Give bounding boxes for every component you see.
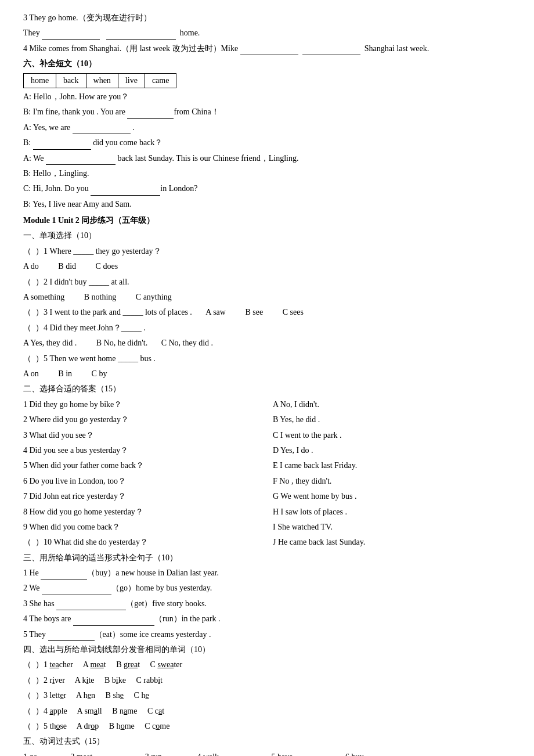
- md: D Yes, I do .: [273, 444, 511, 457]
- ma: A No, I didn't.: [273, 398, 511, 411]
- m4: 4 Did you see a bus yesterday？: [23, 444, 261, 457]
- pron-1: （ ）1 teacher A meat B great C sweater: [23, 658, 511, 671]
- section1-title: 一、单项选择（10）: [23, 229, 511, 242]
- word-bank-box: home back when live came: [23, 73, 176, 88]
- section4-title: 四、选出与所给单词划线部分发音相同的单词（10）: [23, 643, 511, 656]
- m9: 9 When did you come back？: [23, 521, 261, 534]
- intro-line-2: 4 Mike comes from Shanghai.（用 last week …: [23, 42, 511, 55]
- q4-a: A Yes, they did .: [23, 337, 77, 350]
- fill-5: 5 They （eat）some ice creams yesterday .: [23, 628, 511, 641]
- verb-row1: 1 go 2 meet 3 run 4 walk 5 have 6 buy: [23, 751, 511, 756]
- mf: F No , they didn't.: [273, 475, 511, 488]
- q2-a: A something: [23, 291, 64, 304]
- word-came: came: [145, 74, 176, 88]
- me: E I came back last Friday.: [273, 459, 511, 472]
- q4-stem: （ ）4 Did they meet John？_____ .: [23, 322, 511, 334]
- m8: 8 How did you go home yesterday？: [23, 506, 261, 519]
- q1-stem: （ ）1 Where _____ they go yesterday？: [23, 245, 511, 258]
- blank-they-1: [42, 31, 100, 40]
- intro-line-1: 3 They go home.（变为现在进行时）: [23, 12, 511, 24]
- blank-d3: [73, 125, 131, 134]
- q2-options: A something B nothing C anything: [23, 291, 511, 304]
- fill-2: 2 We （go）home by bus yesterday.: [23, 582, 511, 595]
- q2-b: B nothing: [84, 291, 117, 304]
- matching-left: 1 Did they go home by bike？ 2 Where did …: [23, 398, 261, 552]
- m5: 5 When did your father come back？: [23, 459, 261, 472]
- q1-a: A do: [23, 260, 39, 273]
- fill-1: 1 He （buy）a new house in Dalian last yea…: [23, 567, 511, 579]
- q5-c: C by: [92, 368, 107, 380]
- fill-3: 3 She has （get）five story books.: [23, 597, 511, 610]
- they-line: They home.: [23, 27, 511, 39]
- dialogue-1: A: Hello，John. How are you？: [23, 91, 511, 103]
- section2-title: 二、选择合适的答案（15）: [23, 383, 511, 395]
- section3-title: 三、用所给单词的适当形式补全句子（10）: [23, 552, 511, 564]
- m3: 3 What did you see？: [23, 429, 261, 442]
- word-live: live: [118, 74, 145, 88]
- blank-f4: [73, 617, 154, 626]
- mj: J He came back last Sunday.: [273, 536, 511, 549]
- fill-4: 4 The boys are （run）in the park .: [23, 613, 511, 625]
- mg: G We went home by bus .: [273, 490, 511, 503]
- q2-stem: （ ）2 I didn't buy _____ at all.: [23, 276, 511, 289]
- word-when: when: [86, 74, 118, 88]
- blank-f1: [41, 570, 87, 579]
- q1-b: B did: [58, 260, 76, 273]
- q4-options: A Yes, they did . B No, he didn't. C No,…: [23, 337, 511, 350]
- dialogue-7: C: Hi, John. Do you in London?: [23, 182, 511, 195]
- dialogue-3: A: Yes, we are .: [23, 121, 511, 134]
- blank-d2: [127, 110, 174, 119]
- m7: 7 Did John eat rice yesterday？: [23, 490, 261, 503]
- mi: I She watched TV.: [273, 521, 511, 534]
- mb: B Yes, he did .: [273, 413, 511, 426]
- q1-c: C does: [96, 260, 118, 273]
- pron-2: （ ）2 river A kite B bike C rabbit: [23, 674, 511, 687]
- module-title: Module 1 Unit 2 同步练习（五年级）: [23, 214, 511, 227]
- pron-5: （ ）5 those A drop B home C come: [23, 720, 511, 733]
- q2-c: C anything: [136, 291, 172, 304]
- q5-a: A on: [23, 368, 39, 380]
- word-home: home: [24, 74, 56, 88]
- page-content: 3 They go home.（变为现在进行时） They home. 4 Mi…: [23, 12, 511, 756]
- blank-d7: [91, 186, 160, 196]
- q5-b: B in: [58, 368, 72, 380]
- dialogue-4: B: did you come back？: [23, 136, 511, 149]
- blank-f3: [56, 601, 126, 610]
- mh: H I saw lots of places .: [273, 506, 511, 519]
- matching-right: A No, I didn't. B Yes, he did . C I went…: [261, 398, 511, 552]
- section6-title: 六、补全短文（10）: [23, 57, 511, 70]
- dialogue-6: B: Hello，Lingling.: [23, 167, 511, 180]
- blank-mike-2: [302, 46, 360, 55]
- blank-they-2: [106, 31, 176, 40]
- q1-options: A do B did C does: [23, 260, 511, 273]
- word-bank: home back when live came: [23, 73, 511, 88]
- pron-4: （ ）4 apple A small B name C cat: [23, 705, 511, 718]
- m6: 6 Do you live in London, too？: [23, 475, 261, 488]
- q4-c: C No, they did .: [161, 337, 213, 350]
- q4-b: B No, he didn't.: [96, 337, 147, 350]
- pron-3: （ ）3 letter A hen B she C he: [23, 689, 511, 702]
- m2: 2 Where did you go yesterday？: [23, 413, 261, 426]
- blank-d5: [46, 156, 116, 165]
- q5-stem: （ ）5 Then we went home _____ bus .: [23, 352, 511, 365]
- blank-mike-1: [240, 46, 298, 55]
- dialogue-5: A: We back last Sunday. This is our Chin…: [23, 152, 511, 165]
- section5-title: 五、动词过去式（15）: [23, 735, 511, 748]
- m10: （ ）10 What did she do yesterday？: [23, 536, 261, 549]
- q5-options: A on B in C by: [23, 368, 511, 380]
- q3-stem: （ ）3 I went to the park and _____ lots o…: [23, 306, 511, 319]
- blank-f2: [42, 586, 111, 595]
- dialogue-2: B: I'm fine, thank you . You are from Ch…: [23, 106, 511, 118]
- matching-section: 1 Did they go home by bike？ 2 Where did …: [23, 398, 511, 552]
- word-back: back: [56, 74, 86, 88]
- mc: C I went to the park .: [273, 429, 511, 442]
- dialogue-8: B: Yes, I live near Amy and Sam.: [23, 198, 511, 211]
- blank-f5: [48, 632, 95, 641]
- m1: 1 Did they go home by bike？: [23, 398, 261, 411]
- blank-d4: [33, 141, 91, 150]
